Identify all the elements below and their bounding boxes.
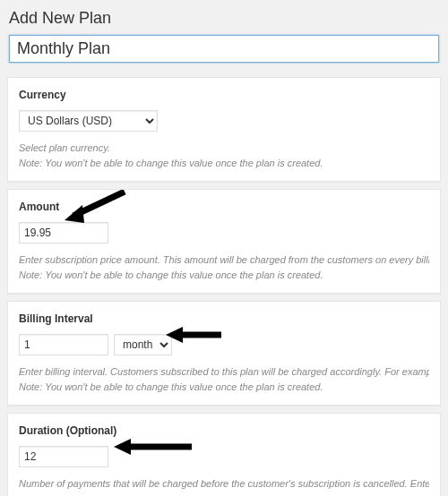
- amount-label: Amount: [19, 201, 429, 213]
- interval-section: Billing Interval months Enter billing in…: [7, 301, 441, 406]
- interval-hint-2: Note: You won't be able to change this v…: [19, 380, 429, 395]
- amount-section: Amount Enter subscription price amount. …: [7, 189, 441, 294]
- duration-hint-1: Number of payments that will be charged …: [19, 476, 429, 492]
- interval-value-input[interactable]: [19, 334, 108, 355]
- interval-label: Billing Interval: [19, 312, 429, 325]
- amount-hint-2: Note: You won't be able to change this v…: [19, 268, 429, 283]
- currency-hint-2: Note: You won't be able to change this v…: [19, 156, 429, 171]
- currency-label: Currency: [19, 89, 429, 101]
- amount-hint-1: Enter subscription price amount. This am…: [19, 252, 429, 268]
- currency-select[interactable]: US Dollars (USD): [19, 110, 158, 132]
- page-header: Add New Plan: [0, 0, 448, 70]
- page-title: Add New Plan: [9, 9, 439, 28]
- duration-section: Duration (Optional) Number of payments t…: [7, 413, 441, 496]
- currency-hint-1: Select plan currency.: [19, 141, 429, 156]
- plan-name-input[interactable]: [9, 35, 439, 63]
- currency-section: Currency US Dollars (USD) Select plan cu…: [7, 77, 441, 182]
- duration-input[interactable]: [19, 446, 108, 467]
- interval-unit-select[interactable]: months: [114, 334, 172, 355]
- duration-label: Duration (Optional): [19, 424, 429, 437]
- amount-input[interactable]: [19, 222, 108, 244]
- interval-hint-1: Enter billing interval. Customers subscr…: [19, 364, 429, 380]
